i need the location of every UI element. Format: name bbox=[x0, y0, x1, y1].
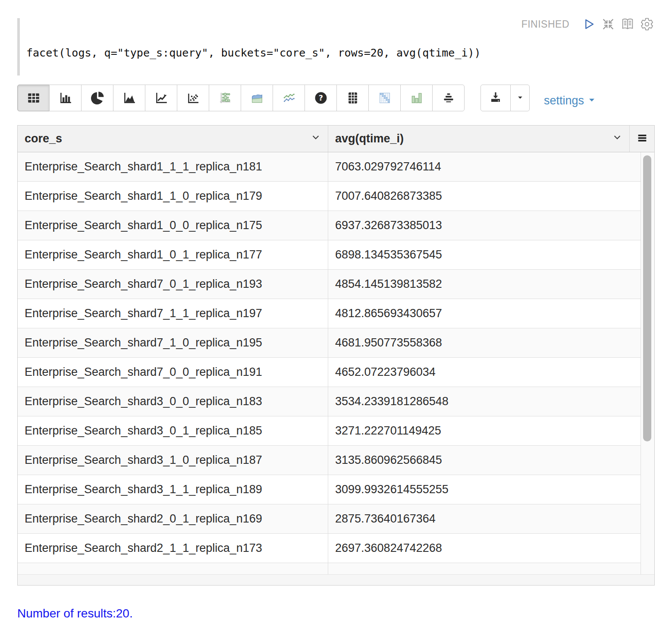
table-row: Enterprise_Search_shard3_1_1_replica_n18… bbox=[18, 475, 641, 504]
avg-qtime-cell: 7007.640826873385 bbox=[328, 182, 641, 211]
horizontal-scrollbar-track[interactable] bbox=[18, 574, 654, 585]
results-table: core_s avg(qtime_i) Enterprise_Search_sh… bbox=[17, 125, 655, 586]
column-header-label: core_s bbox=[25, 132, 62, 145]
table-header-row: core_s avg(qtime_i) bbox=[18, 126, 654, 152]
chart-type-stacked-area-button[interactable] bbox=[241, 85, 273, 111]
avg-qtime-cell: 3099.9932614555255 bbox=[328, 475, 641, 504]
line-chart-icon bbox=[154, 91, 169, 105]
chart-type-bar-chart-button[interactable] bbox=[49, 85, 82, 111]
chart-type-pyramid-button[interactable] bbox=[432, 85, 465, 111]
svg-text:?: ? bbox=[318, 94, 323, 102]
chart-type-area-chart-button[interactable] bbox=[113, 85, 145, 111]
avg-qtime-cell: 3534.2339181286548 bbox=[328, 387, 641, 416]
avg-qtime-cell: 2697.360824742268 bbox=[328, 534, 641, 563]
avg-qtime-cell: 4652.07223796034 bbox=[328, 358, 641, 387]
chart-type-help-button[interactable]: ? bbox=[305, 85, 337, 111]
chevron-down-icon[interactable] bbox=[310, 131, 322, 146]
core-s-cell: Enterprise_Search_shard7_1_1_replica_n19… bbox=[18, 299, 328, 328]
caret-down-icon bbox=[587, 94, 597, 108]
table-row: Enterprise_Search_shard1_0_0_replica_n17… bbox=[18, 211, 641, 240]
paragraph-controls: FINISHED bbox=[521, 17, 654, 31]
table-row: Enterprise_Search_shard3_0_0_replica_n18… bbox=[18, 387, 641, 416]
avg-qtime-cell: 4854.145139813582 bbox=[328, 270, 641, 299]
table-row: Enterprise_Search_shard2_0_1_replica_n16… bbox=[18, 504, 641, 534]
paragraph-control-icons bbox=[582, 17, 654, 31]
settings-label: settings bbox=[544, 94, 584, 107]
avg-qtime-cell: 3135.860962566845 bbox=[328, 446, 641, 475]
multi-line-icon bbox=[282, 91, 296, 105]
table-menu-button[interactable] bbox=[630, 126, 654, 152]
gear-icon[interactable] bbox=[640, 17, 654, 31]
bubble-grid-icon bbox=[218, 91, 232, 105]
chart-type-scatter-chart-button[interactable] bbox=[177, 85, 209, 111]
book-icon[interactable] bbox=[621, 17, 634, 31]
avg-qtime-cell: 6937.326873385013 bbox=[328, 211, 641, 240]
heatmap-icon bbox=[377, 91, 392, 105]
avg-qtime-cell: 6898.134535367545 bbox=[328, 240, 641, 269]
download-icon bbox=[489, 91, 502, 106]
chart-type-line-chart-button[interactable] bbox=[145, 85, 177, 111]
chart-type-bubble-grid-button[interactable] bbox=[209, 85, 241, 111]
avg-qtime-cell bbox=[328, 563, 641, 574]
avg-qtime-cell: 4812.865693430657 bbox=[328, 299, 641, 328]
menu-icon bbox=[636, 132, 648, 146]
collapse-icon[interactable] bbox=[601, 17, 615, 31]
core-s-cell: Enterprise_Search_shard7_0_1_replica_n19… bbox=[18, 270, 328, 299]
download-split-button bbox=[480, 85, 530, 111]
visualization-toolbar: ? settings bbox=[17, 85, 597, 111]
core-s-cell: Enterprise_Search_shard3_0_0_replica_n18… bbox=[18, 387, 328, 416]
table-row: Enterprise_Search_shard3_0_1_replica_n18… bbox=[18, 416, 641, 446]
chart-type-table-button[interactable] bbox=[17, 85, 50, 111]
core-s-cell: Enterprise_Search_shard7_0_0_replica_n19… bbox=[18, 358, 328, 387]
chart-type-heatmap-button[interactable] bbox=[368, 85, 401, 111]
run-icon[interactable] bbox=[582, 17, 596, 31]
pie-chart-icon bbox=[90, 91, 105, 105]
core-s-cell: Enterprise_Search_shard3_1_1_replica_n18… bbox=[18, 475, 328, 504]
avg-qtime-cell: 4681.950773558368 bbox=[328, 328, 641, 357]
core-s-cell: Enterprise_Search_shard7_1_0_replica_n19… bbox=[18, 328, 328, 357]
core-s-cell: Enterprise_Search_shard1_1_1_replica_n18… bbox=[18, 152, 328, 181]
bar-chart-icon bbox=[58, 91, 73, 105]
column-header-core-s[interactable]: core_s bbox=[18, 126, 328, 152]
avg-qtime-cell: 2875.73640167364 bbox=[328, 504, 641, 533]
stacked-area-icon bbox=[250, 91, 264, 105]
vertical-scrollbar[interactable] bbox=[641, 152, 654, 574]
avg-qtime-cell: 7063.029792746114 bbox=[328, 152, 641, 181]
table-row: Enterprise_Search_shard1_1_0_replica_n17… bbox=[18, 182, 641, 211]
table-row: Enterprise_Search_shard3_1_0_replica_n18… bbox=[18, 446, 641, 475]
chevron-down-icon[interactable] bbox=[611, 131, 623, 146]
help-icon: ? bbox=[314, 91, 328, 105]
chart-type-pivot-table-button[interactable] bbox=[336, 85, 369, 111]
pivot-table-icon bbox=[345, 91, 360, 105]
download-caret-button[interactable] bbox=[510, 85, 530, 111]
chart-type-multi-line-button[interactable] bbox=[273, 85, 305, 111]
table-rows: Enterprise_Search_shard1_1_1_replica_n18… bbox=[18, 152, 641, 574]
column-header-label: avg(qtime_i) bbox=[335, 132, 404, 145]
chart-type-pie-chart-button[interactable] bbox=[81, 85, 113, 111]
editor-gutter-bar bbox=[17, 18, 20, 76]
table-body: Enterprise_Search_shard1_1_1_replica_n18… bbox=[18, 152, 654, 574]
avg-qtime-cell: 3271.222701149425 bbox=[328, 416, 641, 445]
core-s-cell: Enterprise_Search_shard2_0_1_replica_n16… bbox=[18, 504, 328, 533]
table-icon bbox=[26, 91, 41, 105]
table-row: Enterprise_Search_shard7_1_1_replica_n19… bbox=[18, 299, 641, 328]
caret-down-icon bbox=[515, 92, 525, 104]
download-button[interactable] bbox=[480, 85, 511, 111]
scatter-chart-icon bbox=[186, 91, 201, 105]
code-editor-line[interactable]: facet(logs, q="type_s:query", buckets="c… bbox=[26, 47, 481, 59]
pyramid-icon bbox=[441, 91, 456, 105]
core-s-cell: Enterprise_Search_shard3_1_0_replica_n18… bbox=[18, 446, 328, 475]
table-row: Enterprise_Search_shard1_0_1_replica_n17… bbox=[18, 240, 641, 270]
results-count-text: Number of results:20. bbox=[17, 607, 133, 620]
table-row: Enterprise_Search_shard1_1_1_replica_n18… bbox=[18, 152, 641, 182]
core-s-cell: Enterprise_Search_shard2_1_1_replica_n17… bbox=[18, 534, 328, 563]
settings-dropdown[interactable]: settings bbox=[544, 90, 597, 111]
core-s-cell: Enterprise_Search_shard1_1_0_replica_n17… bbox=[18, 182, 328, 211]
core-s-cell: Enterprise_Search_shard1_0_1_replica_n17… bbox=[18, 240, 328, 269]
table-row-empty bbox=[18, 563, 641, 574]
table-row: Enterprise_Search_shard7_0_0_replica_n19… bbox=[18, 358, 641, 387]
column-header-avg-qtime[interactable]: avg(qtime_i) bbox=[328, 126, 630, 152]
chart-type-green-bar-chart-button[interactable] bbox=[400, 85, 433, 111]
scrollbar-thumb[interactable] bbox=[643, 155, 651, 441]
green-bar-chart-icon bbox=[409, 91, 424, 105]
